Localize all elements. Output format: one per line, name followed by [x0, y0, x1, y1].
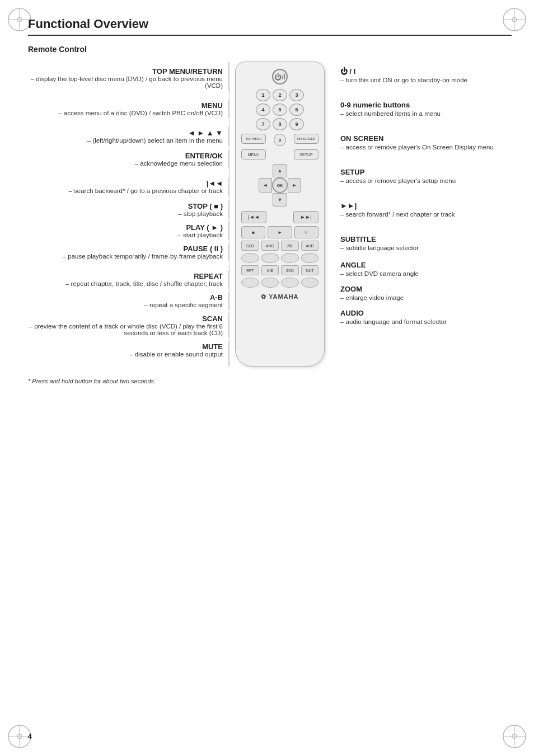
- label-play-title: PLAY ( ► ): [22, 223, 223, 232]
- right-label-subtitle: SUBTITLE – subtitle language selector: [338, 235, 512, 252]
- label-mute-desc: – disable or enable sound output: [22, 351, 223, 358]
- subtitle-angle-zoom-audio-buttons: [241, 253, 318, 263]
- label-ab: A-B – repeat a specific segment: [22, 292, 229, 310]
- right-label-subtitle-desc: – subtitle language selector: [340, 245, 419, 251]
- subtitle-button[interactable]: [241, 253, 259, 263]
- right-label-setup-title: SETUP: [340, 168, 364, 176]
- ab-button[interactable]: [261, 278, 279, 288]
- setup-button[interactable]: SETUP: [294, 149, 318, 159]
- menu-setup-row: MENU SETUP: [241, 149, 318, 159]
- pause-button[interactable]: II: [294, 226, 318, 238]
- remote-image-column: ⏻/I 1 2 3 4 5 6 7 8 9 TOP MENU 0: [229, 62, 330, 367]
- zoom-button[interactable]: [281, 253, 299, 263]
- num-btn-6[interactable]: 6: [289, 104, 304, 116]
- right-label-angle-title: ANGLE: [340, 261, 366, 269]
- nav-cross: ▲ ▼ ◄ ► OK: [257, 163, 302, 208]
- right-label-numeric-desc: – select numbered items in a menu: [340, 110, 441, 117]
- label-stop-title: STOP ( ■ ): [22, 202, 223, 210]
- label-top-menu-return: TOP MENU/RETURN – display the top-level …: [22, 62, 229, 91]
- stop-button[interactable]: ■: [241, 226, 265, 238]
- right-label-audio-desc: – audio language and format selector: [340, 318, 447, 325]
- right-label-next-chapter-title: ►►|: [340, 201, 357, 210]
- label-stop: STOP ( ■ ) – stop playback: [22, 200, 229, 219]
- num-btn-0[interactable]: 0: [274, 134, 286, 146]
- label-ab-desc: – repeat a specific segment: [22, 302, 223, 308]
- right-label-setup-desc: – access or remove player's setup menu: [340, 177, 456, 184]
- label-top-menu-return-desc: – display the top-level disc menu (DVD) …: [22, 76, 223, 89]
- repeat-ab-scan-mute-buttons: [241, 278, 318, 288]
- footnote: * Press and hold button for about two se…: [28, 378, 512, 384]
- top-menu-on-screen-row: TOP MENU 0 ON SCREEN: [241, 134, 318, 146]
- label-prev-chapter-title: |◄◄: [22, 179, 223, 187]
- ab-label: A-B: [261, 265, 279, 275]
- label-repeat-title: REPEAT: [22, 272, 223, 280]
- menu-button[interactable]: MENU: [241, 149, 266, 159]
- left-labels-list: TOP MENU/RETURN – display the top-level …: [22, 62, 229, 367]
- nav-down-button[interactable]: ▼: [273, 193, 287, 206]
- audio-button[interactable]: [301, 253, 319, 263]
- nav-up-button[interactable]: ▲: [273, 164, 287, 177]
- num-btn-7[interactable]: 7: [256, 118, 270, 130]
- num-btn-5[interactable]: 5: [273, 104, 287, 116]
- right-label-on-screen-desc: – access or remove player's On Screen Di…: [340, 144, 494, 151]
- subtitle-angle-zoom-audio-labels: SUB ANG ZM AUD: [241, 241, 318, 251]
- right-label-angle: ANGLE – select DVD camera angle: [338, 261, 512, 278]
- repeat-button[interactable]: [241, 278, 259, 288]
- label-ab-title: A-B: [22, 293, 223, 302]
- label-enter-ok: ENTER/OK – acknowledge menu selection: [22, 150, 229, 168]
- label-directional-desc: – (left/right/up/down) select an item in…: [22, 137, 223, 144]
- label-pause-title: PAUSE ( II ): [22, 245, 223, 253]
- transport-row-1: |◄◄ ►►|: [241, 211, 318, 223]
- top-menu-return-button[interactable]: TOP MENU: [241, 134, 266, 144]
- right-labels-column: ⏻ / I – turn this unit ON or go to stand…: [330, 62, 512, 367]
- right-label-power: ⏻ / I – turn this unit ON or go to stand…: [338, 62, 512, 84]
- num-btn-2[interactable]: 2: [273, 89, 287, 101]
- label-mute: MUTE – disable or enable sound output: [22, 341, 229, 367]
- label-enter-ok-desc: – acknowledge menu selection: [22, 160, 223, 167]
- prev-chapter-button[interactable]: |◄◄: [241, 211, 266, 223]
- zoom-label: ZM: [281, 241, 299, 251]
- num-btn-4[interactable]: 4: [256, 104, 270, 116]
- nav-left-button[interactable]: ◄: [259, 178, 272, 192]
- scan-button[interactable]: [281, 278, 299, 288]
- repeat-ab-scan-mute-labels: RPT A-B SCN MUT: [241, 265, 318, 275]
- transport-row-2: ■ ► II: [241, 226, 318, 238]
- num-btn-9[interactable]: 9: [289, 118, 304, 130]
- label-menu-desc: – access menu of a disc (DVD) / switch P…: [22, 110, 223, 116]
- num-btn-1[interactable]: 1: [256, 89, 270, 101]
- page-number: 4: [28, 732, 32, 740]
- label-pause-desc: – pause playback temporarily / frame-by-…: [22, 253, 223, 260]
- number-grid: 1 2 3 4 5 6 7 8 9: [256, 89, 304, 130]
- angle-button[interactable]: [261, 253, 279, 263]
- label-repeat: REPEAT – repeat chapter, track, title, d…: [22, 270, 229, 289]
- mute-button[interactable]: [301, 278, 319, 288]
- right-label-audio-title: AUDIO: [340, 309, 364, 317]
- label-scan-title: SCAN: [22, 314, 223, 323]
- right-label-on-screen: ON SCREEN – access or remove player's On…: [338, 134, 512, 151]
- right-label-next-chapter-desc: – search forward* / next chapter or trac…: [340, 211, 455, 218]
- label-directional-title: ◄ ► ▲ ▼: [22, 129, 223, 137]
- right-label-zoom-desc: – enlarge video image: [340, 294, 404, 301]
- left-labels-column: TOP MENU/RETURN – display the top-level …: [22, 62, 229, 367]
- label-directional: ◄ ► ▲ ▼ – (left/right/up/down) select an…: [22, 127, 229, 145]
- label-top-menu-return-title: TOP MENU/RETURN: [22, 67, 223, 76]
- power-icon: ⏻/I: [274, 73, 285, 81]
- nav-right-button[interactable]: ►: [288, 178, 301, 192]
- label-menu-title: MENU: [22, 101, 223, 110]
- power-button[interactable]: ⏻/I: [272, 69, 288, 84]
- right-label-zoom: ZOOM – enlarge video image: [338, 285, 512, 302]
- yamaha-logo: ✿ YAMAHA: [261, 293, 298, 300]
- next-chapter-button[interactable]: ►►|: [293, 211, 318, 223]
- num-btn-3[interactable]: 3: [289, 89, 304, 101]
- right-label-numeric: 0-9 numeric buttons – select numbered it…: [338, 101, 512, 118]
- right-label-power-desc: – turn this unit ON or go to standby-on …: [340, 77, 467, 83]
- label-menu: MENU – access menu of a disc (DVD) / swi…: [22, 100, 229, 118]
- label-mute-title: MUTE: [22, 342, 223, 351]
- num-btn-8[interactable]: 8: [273, 118, 287, 130]
- play-button[interactable]: ►: [268, 226, 292, 238]
- ok-button[interactable]: OK: [272, 177, 288, 193]
- right-label-zoom-title: ZOOM: [340, 285, 362, 293]
- on-screen-button[interactable]: ON SCREEN: [294, 134, 318, 144]
- mute-label: MUT: [301, 265, 319, 275]
- right-label-numeric-title: 0-9 numeric buttons: [340, 101, 410, 109]
